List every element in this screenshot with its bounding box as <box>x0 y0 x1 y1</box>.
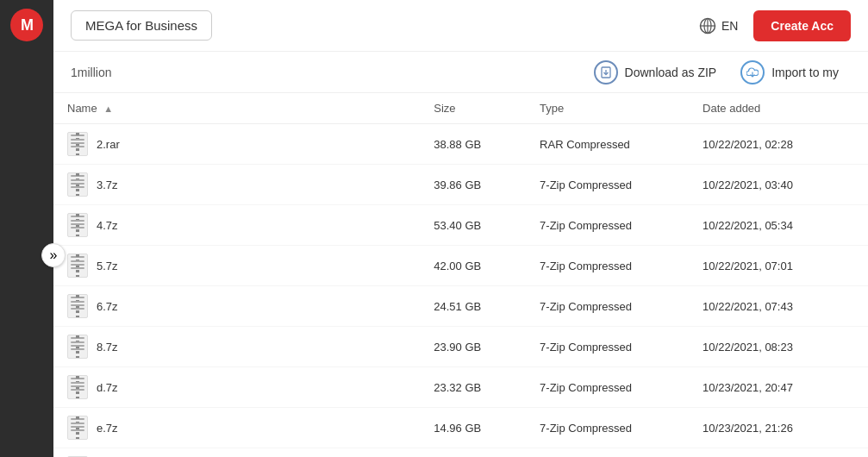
file-type-cell: 7-Zip Compressed <box>526 205 689 246</box>
table-row: 5.7z 42.00 GB7-Zip Compressed10/22/2021,… <box>53 246 868 286</box>
file-type-cell: 7-Zip Compressed <box>526 367 689 408</box>
import-cloud-icon <box>740 60 765 85</box>
file-name[interactable]: 6.7z <box>97 300 118 313</box>
file-date-cell: 10/22/2021, 08:23 <box>689 327 868 367</box>
file-name-cell: f.7z <box>53 448 420 458</box>
file-name[interactable]: e.7z <box>97 422 118 435</box>
size-column-header[interactable]: Size <box>420 93 526 124</box>
file-size-cell: 24.51 GB <box>420 286 526 327</box>
table-row: 3.7z 39.86 GB7-Zip Compressed10/22/2021,… <box>53 165 868 205</box>
file-size-cell: 14.96 GB <box>420 408 526 448</box>
file-type-cell: 7-Zip Compressed <box>526 286 689 327</box>
file-type-cell: 7-Zip Compressed <box>526 448 689 458</box>
main-content: MEGA for Business EN Create Acc 1million <box>53 0 868 457</box>
file-name-cell: 4.7z <box>53 205 420 246</box>
file-size-cell: 39.86 GB <box>420 165 526 205</box>
import-to-button[interactable]: Import to my <box>728 55 851 90</box>
file-type-cell: 7-Zip Compressed <box>526 327 689 367</box>
mega-for-business-button[interactable]: MEGA for Business <box>71 10 212 41</box>
file-name-cell: 8.7z <box>53 327 420 367</box>
file-date-cell: 10/22/2021, 07:01 <box>689 246 868 286</box>
table-header-row: Name ▲ Size Type Date added <box>53 93 868 124</box>
file-name[interactable]: 3.7z <box>97 178 118 191</box>
download-zip-label: Download as ZIP <box>625 66 717 79</box>
name-column-header[interactable]: Name ▲ <box>53 93 420 124</box>
mega-logo[interactable]: M <box>10 9 43 41</box>
subheader: 1million Download as ZIP Import to my <box>53 52 868 93</box>
table-row: d.7z 23.32 GB7-Zip Compressed10/23/2021,… <box>53 367 868 408</box>
download-zip-button[interactable]: Download as ZIP <box>582 55 729 90</box>
file-icon <box>67 294 88 318</box>
file-name[interactable]: 5.7z <box>97 260 118 272</box>
file-table: Name ▲ Size Type Date added 2.rar 38.88 … <box>53 93 868 457</box>
file-name[interactable]: 4.7z <box>97 219 118 232</box>
file-size-cell: 53.40 GB <box>420 205 526 246</box>
file-date-cell: 10/23/2021, 21:43 <box>689 448 868 458</box>
globe-icon <box>699 17 716 34</box>
logo-letter: M <box>21 16 33 34</box>
download-zip-icon <box>594 60 618 85</box>
header-actions: EN Create Acc <box>690 10 851 41</box>
file-icon <box>67 172 88 197</box>
file-type-cell: 7-Zip Compressed <box>526 246 689 286</box>
file-date-cell: 10/22/2021, 02:28 <box>689 124 868 165</box>
folder-name: 1million <box>71 66 111 79</box>
sort-icon: ▲ <box>103 103 113 114</box>
file-name[interactable]: d.7z <box>97 381 118 394</box>
zip-icon-svg <box>600 66 612 78</box>
file-icon <box>67 213 88 237</box>
sidebar: M » <box>0 0 53 457</box>
file-size-cell: 42.00 GB <box>420 246 526 286</box>
file-type-cell: 7-Zip Compressed <box>526 165 689 205</box>
import-to-label: Import to my <box>771 66 839 79</box>
file-name-cell: 5.7z <box>53 246 420 286</box>
file-size-cell: 12.57 GB <box>420 448 526 458</box>
type-column-header[interactable]: Type <box>526 93 689 124</box>
file-icon <box>67 132 88 156</box>
file-date-cell: 10/23/2021, 21:26 <box>689 408 868 448</box>
file-type-cell: 7-Zip Compressed <box>526 408 689 448</box>
table-row: f.7z 12.57 GB7-Zip Compressed10/23/2021,… <box>53 448 868 458</box>
language-label: EN <box>721 19 738 33</box>
table-row: 8.7z 23.90 GB7-Zip Compressed10/22/2021,… <box>53 327 868 367</box>
table-row: 2.rar 38.88 GBRAR Compressed10/22/2021, … <box>53 124 868 165</box>
file-name-cell: 3.7z <box>53 165 420 205</box>
file-date-cell: 10/22/2021, 07:43 <box>689 286 868 327</box>
file-date-cell: 10/23/2021, 20:47 <box>689 367 868 408</box>
cloud-icon-svg <box>746 67 759 78</box>
sidebar-toggle-button[interactable]: » <box>41 243 66 267</box>
file-size-cell: 23.32 GB <box>420 367 526 408</box>
file-icon <box>67 375 88 399</box>
file-name-cell: e.7z <box>53 408 420 448</box>
table-row: 4.7z 53.40 GB7-Zip Compressed10/22/2021,… <box>53 205 868 246</box>
file-name-cell: d.7z <box>53 367 420 408</box>
file-name[interactable]: 2.rar <box>97 138 120 151</box>
language-button[interactable]: EN <box>690 12 746 40</box>
file-size-cell: 23.90 GB <box>420 327 526 367</box>
file-name-cell: 6.7z <box>53 286 420 327</box>
toggle-icon: » <box>50 247 58 263</box>
file-table-container: Name ▲ Size Type Date added 2.rar 38.88 … <box>53 93 868 457</box>
date-column-header[interactable]: Date added <box>689 93 868 124</box>
file-date-cell: 10/22/2021, 03:40 <box>689 165 868 205</box>
create-account-button[interactable]: Create Acc <box>753 10 851 41</box>
table-row: e.7z 14.96 GB7-Zip Compressed10/23/2021,… <box>53 408 868 448</box>
header: MEGA for Business EN Create Acc <box>53 0 868 52</box>
file-icon <box>67 335 88 359</box>
file-size-cell: 38.88 GB <box>420 124 526 165</box>
file-name[interactable]: 8.7z <box>97 341 118 354</box>
file-date-cell: 10/22/2021, 05:34 <box>689 205 868 246</box>
file-name-cell: 2.rar <box>53 124 420 165</box>
table-row: 6.7z 24.51 GB7-Zip Compressed10/22/2021,… <box>53 286 868 327</box>
file-icon <box>67 254 88 278</box>
file-type-cell: RAR Compressed <box>526 124 689 165</box>
file-icon <box>67 416 88 440</box>
